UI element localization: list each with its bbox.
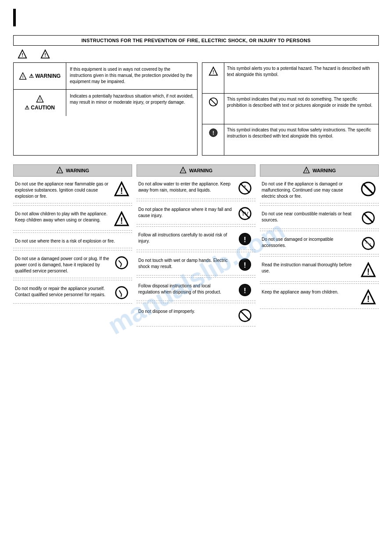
section-col-3: ! WARNING Do not use if the appliance is…: [260, 164, 379, 326]
section-item-icon-3-4: !: [360, 262, 377, 278]
svg-text:!: !: [244, 261, 246, 269]
section-item-3-1: Do not use if the appliance is damaged o…: [260, 178, 379, 203]
warning-description: If this equipment is used in ways not co…: [66, 63, 197, 89]
caution-description: Indicates a potentially hazardous situat…: [66, 90, 197, 116]
section-item-3-2: Do not use near combustible materials or…: [260, 207, 379, 229]
svg-text:!: !: [120, 216, 123, 225]
svg-text:!: !: [22, 52, 23, 58]
legend-table: ! ⚠ WARNING If this equipment is used in…: [13, 62, 379, 156]
section-item-3-4: Read the instruction manual thoroughly b…: [260, 258, 379, 282]
section-item-text-1-5: Do not modify or repair the appliance yo…: [15, 286, 109, 298]
legend-right-row-2: ! This symbol indicates that you must fo…: [202, 124, 378, 155]
section-item-text-3-4: Read the instruction manual thoroughly b…: [262, 262, 356, 274]
svg-text:!: !: [59, 169, 60, 173]
svg-text:!: !: [44, 52, 46, 58]
svg-text:!: !: [367, 294, 370, 304]
section-item-text-3-2: Do not use near combustible materials or…: [262, 211, 356, 223]
section-item-1-5: Do not modify or repair the appliance yo…: [13, 282, 132, 304]
legend-right-row-1: This symbol indicates that you must not …: [202, 94, 378, 124]
svg-text:TV: TV: [241, 211, 248, 217]
section-item-text-2-3: Follow all instructions carefully to avo…: [138, 232, 233, 244]
legend-right-icon-2: !: [202, 124, 224, 155]
section-item-2-6: Do not dispose of improperly.: [137, 305, 255, 326]
svg-text:!: !: [212, 70, 214, 75]
section-item-text-2-5: Follow disposal instructions and local r…: [138, 283, 233, 295]
section-item-text-2-4: Do not touch with wet or damp hands. Ele…: [138, 258, 233, 270]
legend-right-icon-1: [202, 94, 224, 124]
section-item-icon-2-4: !: [236, 258, 254, 272]
legend-warning-icon-2: !: [40, 49, 50, 60]
section-item-text-2-6: Do not dispose of improperly.: [138, 308, 233, 315]
section-item-text-1-1: Do not use the appliance near flammable …: [15, 181, 109, 200]
svg-line-46: [363, 213, 373, 222]
section-item-icon-3-1: [360, 181, 377, 197]
section-item-2-1: Do not allow water to enter the applianc…: [137, 178, 255, 199]
legend-right-desc-2: This symbol indicates that you must foll…: [224, 124, 378, 155]
legend-left: ! ⚠ WARNING If this equipment is used in…: [13, 62, 198, 156]
section-item-text-1-3: Do not use where there is a risk of expl…: [15, 238, 130, 244]
section-header-icon-3: !: [303, 167, 310, 174]
legend-right-icon-0: !: [202, 63, 224, 93]
svg-point-20: [116, 257, 128, 269]
caution-label: ! ⚠ CAUTION: [14, 90, 66, 116]
section-item-icon-3-2: [360, 211, 377, 225]
section-item-icon-3-3: [360, 236, 377, 250]
legend-warning-icon: !: [18, 49, 27, 60]
section-item-text-3-3: Do not use damaged or incompatible acces…: [262, 236, 356, 249]
section-item-icon-1-1: !: [113, 181, 130, 197]
svg-text:!: !: [244, 235, 246, 244]
section-item-icon-1-5: [113, 286, 130, 300]
section-item-text-1-4: Do not use a damaged power cord or plug.…: [15, 256, 109, 274]
section-header-2: ! WARNING: [137, 164, 255, 177]
section-item-icon-1-4: [113, 256, 130, 270]
svg-text:!: !: [120, 186, 123, 196]
section-header-icon-2: !: [180, 167, 187, 174]
svg-line-11: [210, 99, 216, 105]
section-item-1-4: Do not use a damaged power cord or plug.…: [13, 252, 132, 278]
svg-point-23: [116, 287, 128, 299]
section-item-text-3-1: Do not use if the appliance is damaged o…: [262, 181, 356, 200]
section-col-2: ! WARNING Do not allow water to enter th…: [137, 164, 255, 326]
svg-line-21: [119, 261, 122, 264]
section-item-icon-3-5: !: [360, 289, 377, 305]
legend-icons-row: ! !: [13, 49, 379, 60]
svg-text:!: !: [39, 98, 40, 102]
svg-line-40: [240, 311, 249, 320]
section-item-icon-2-3: !: [236, 232, 254, 246]
section-header-3: ! WARNING: [260, 164, 379, 177]
section-header-label-3: WARNING: [313, 168, 336, 173]
svg-line-25: [121, 294, 122, 297]
warning-text: ⚠ WARNING: [29, 73, 61, 79]
warning-label: ! ⚠ WARNING: [14, 63, 66, 89]
svg-text:!: !: [244, 286, 246, 295]
svg-text:!: !: [367, 267, 370, 276]
section-header-label-1: WARNING: [66, 168, 89, 173]
section-item-2-2: Do not place the appliance where it may …: [137, 203, 255, 225]
sections-container: ! WARNING Do not use the appliance near …: [13, 164, 379, 326]
section-col-1: ! WARNING Do not use the appliance near …: [13, 164, 132, 326]
svg-text:!: !: [212, 130, 214, 136]
section-item-2-4: Do not touch with wet or damp hands. Ele…: [137, 254, 255, 276]
section-item-icon-2-6: [236, 308, 254, 323]
section-item-icon-1-2: !: [113, 211, 130, 227]
section-header-label-2: WARNING: [189, 168, 212, 173]
section-item-text-2-2: Do not place the appliance where it may …: [138, 207, 233, 219]
section-item-text-3-5: Keep the appliance away from children.: [262, 289, 356, 295]
legend-row-warning: ! ⚠ WARNING If this equipment is used in…: [14, 63, 197, 90]
svg-line-22: [120, 264, 122, 267]
section-header-icon-1: !: [56, 167, 63, 174]
section-item-3-3: Do not use damaged or incompatible acces…: [260, 233, 379, 254]
section-item-1-3: Do not use where there is a risk of expl…: [13, 235, 132, 248]
section-item-3-5: Keep the appliance away from children. !: [260, 286, 379, 309]
section-item-text-2-1: Do not allow water to enter the applianc…: [138, 181, 233, 193]
section-item-1-1: Do not use the appliance near flammable …: [13, 178, 132, 203]
section-item-icon-2-5: !: [236, 283, 254, 297]
section-item-icon-2-2: TV: [236, 207, 254, 221]
svg-line-44: [363, 184, 374, 194]
legend-row-caution: ! ⚠ CAUTION Indicates a potentially haza…: [14, 90, 197, 116]
svg-text:!: !: [306, 169, 307, 173]
legend-right: ! This symbol alerts you to a potential …: [202, 62, 379, 156]
section-item-icon-2-1: [236, 181, 254, 195]
legend-right-row-0: ! This symbol alerts you to a potential …: [202, 63, 378, 94]
instructions-title: INSTRUCTIONS FOR THE PREVENTION OF FIRE,…: [13, 35, 379, 46]
